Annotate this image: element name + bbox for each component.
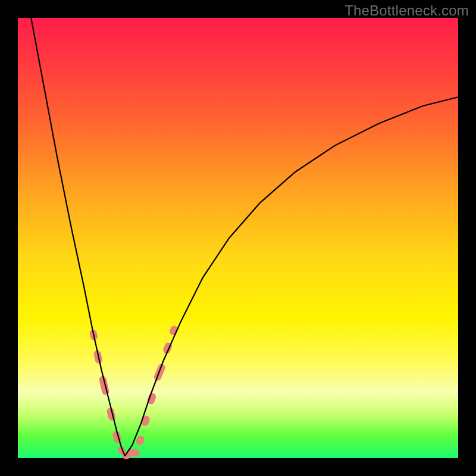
curve-bead [136,435,145,446]
curve-layer [18,18,458,458]
curve-right-branch [125,97,458,456]
beads-group [89,325,178,459]
plot-area [18,18,458,458]
chart-frame: TheBottleneck.com [0,0,476,476]
watermark-text: TheBottleneck.com [345,2,469,19]
curve-left-branch [31,18,125,456]
